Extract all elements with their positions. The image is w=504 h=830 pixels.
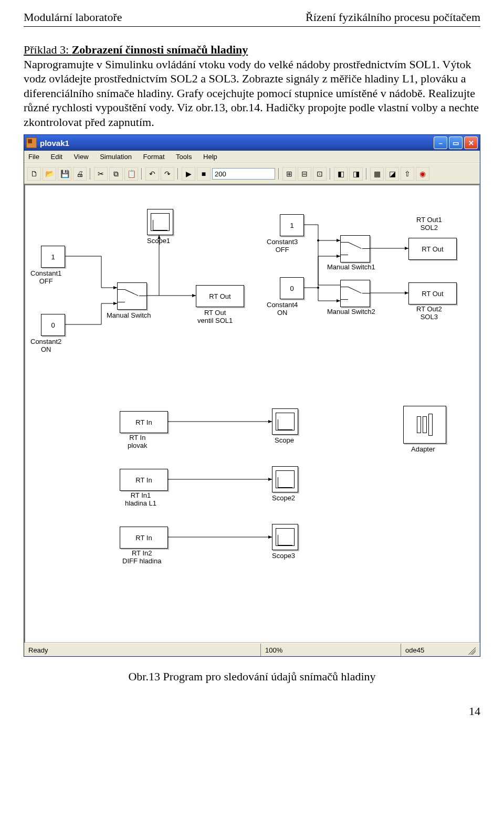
example-title: Zobrazení činnosti snímačů hladiny xyxy=(72,43,248,56)
block-rtout1[interactable]: RT Out xyxy=(408,238,457,260)
label-constant2: Constant2ON xyxy=(30,338,61,353)
paste-icon[interactable]: 📋 xyxy=(124,167,138,181)
label-constant3: Constant3OFF xyxy=(267,238,298,254)
block-rtin[interactable]: RT In xyxy=(120,411,168,433)
redo-icon[interactable]: ↷ xyxy=(161,167,174,181)
minimize-button[interactable]: – xyxy=(434,136,447,149)
maximize-button[interactable]: ▭ xyxy=(449,136,463,149)
open-icon[interactable]: 📂 xyxy=(43,167,56,181)
label-manual-switch: Manual Switch xyxy=(107,311,151,319)
titlebar[interactable]: plovak1 – ▭ ✕ xyxy=(24,135,480,151)
toolbar: 🗋 📂 💾 🖨 ✂ ⧉ 📋 ↶ ↷ ▶ ■ 200 ⊞ ⊟ ⊡ ◧ ◨ ▦ ◪ xyxy=(24,163,480,184)
status-zoom: 100% xyxy=(261,644,401,656)
tb-icon-h[interactable]: ⇧ xyxy=(401,167,414,181)
block-manual-switch1[interactable] xyxy=(340,235,370,262)
tb-icon-b[interactable]: ⊟ xyxy=(298,167,311,181)
stoptime-field[interactable]: 200 xyxy=(212,168,275,180)
close-button[interactable]: ✕ xyxy=(464,136,478,149)
figure-caption: Obr.13 Program pro sledování údajů sníma… xyxy=(24,670,480,684)
tb-icon-g[interactable]: ◪ xyxy=(385,167,399,181)
block-constant1[interactable]: 1 xyxy=(41,246,65,268)
simulink-window: plovak1 – ▭ ✕ File Edit View Simulation … xyxy=(24,134,480,657)
label-scope: Scope xyxy=(275,436,294,444)
label-scope1: Scope1 xyxy=(147,237,170,245)
menu-tools[interactable]: Tools xyxy=(176,153,192,161)
block-rtout[interactable]: RT Out xyxy=(196,285,244,307)
block-scope3[interactable] xyxy=(272,524,298,550)
model-canvas[interactable]: 1 Constant1OFF 0 Constant2ON Manual Swit… xyxy=(24,184,480,643)
status-solver: ode45 xyxy=(401,644,480,656)
block-rtin1[interactable]: RT In xyxy=(120,469,168,491)
block-constant4[interactable]: 0 xyxy=(280,277,304,299)
window-title: plovak1 xyxy=(40,139,69,148)
block-adapter[interactable] xyxy=(403,406,446,444)
svg-point-1 xyxy=(317,287,319,289)
label-rtin2: RT In2DIFF hladina xyxy=(122,549,161,565)
print-icon[interactable]: 🖨 xyxy=(73,167,87,181)
stop-icon[interactable]: ■ xyxy=(197,167,211,181)
app-icon xyxy=(26,138,37,148)
tb-icon-d[interactable]: ◧ xyxy=(334,167,348,181)
block-rtin2[interactable]: RT In xyxy=(120,527,168,549)
menubar: File Edit View Simulation Format Tools H… xyxy=(24,151,480,163)
label-rtout2: RT Out2SOL3 xyxy=(416,305,442,321)
example-paragraph: Příklad 3: Zobrazení činnosti snímačů hl… xyxy=(24,43,480,129)
label-adapter: Adapter xyxy=(411,445,435,453)
label-constant1: Constant1OFF xyxy=(30,269,61,285)
copy-icon[interactable]: ⧉ xyxy=(109,167,123,181)
tb-icon-c[interactable]: ⊡ xyxy=(313,167,327,181)
label-scope3: Scope3 xyxy=(272,552,295,560)
svg-point-0 xyxy=(317,239,319,241)
block-constant3[interactable]: 1 xyxy=(280,214,304,236)
menu-view[interactable]: View xyxy=(74,153,89,161)
label-rtout: RT Outventil SOL1 xyxy=(197,309,233,324)
run-icon[interactable]: ▶ xyxy=(182,167,195,181)
block-rtout2[interactable]: RT Out xyxy=(408,282,457,304)
undo-icon[interactable]: ↶ xyxy=(145,167,159,181)
cut-icon[interactable]: ✂ xyxy=(94,167,108,181)
label-rtout1: RT Out1SOL2 xyxy=(416,216,442,232)
label-rtin: RT Inplovak xyxy=(128,434,148,449)
resize-grip-icon[interactable] xyxy=(466,645,476,655)
block-scope[interactable] xyxy=(272,408,298,435)
tb-icon-e[interactable]: ◨ xyxy=(349,167,363,181)
header-right: Řízení fyzikálního procesu počítačem xyxy=(306,10,480,24)
menu-simulation[interactable]: Simulation xyxy=(100,153,132,161)
header-left: Modulární laboratoře xyxy=(24,10,122,24)
example-lead: Příklad 3: xyxy=(24,43,72,56)
page-header: Modulární laboratoře Řízení fyzikálního … xyxy=(24,10,480,27)
block-constant2[interactable]: 0 xyxy=(41,314,65,336)
tb-icon-i[interactable]: ◉ xyxy=(416,167,429,181)
example-body: Naprogramujte v Simulinku ovládání vtoku… xyxy=(24,58,479,129)
block-manual-switch2[interactable] xyxy=(340,280,370,307)
label-constant4: Constant4ON xyxy=(267,301,298,317)
statusbar: Ready 100% ode45 xyxy=(24,643,480,656)
menu-edit[interactable]: Edit xyxy=(51,153,62,161)
menu-format[interactable]: Format xyxy=(143,153,165,161)
block-scope2[interactable] xyxy=(272,466,298,492)
label-rtin1: RT In1hladina L1 xyxy=(125,491,156,507)
menu-file[interactable]: File xyxy=(28,153,39,161)
label-scope2: Scope2 xyxy=(272,494,295,502)
tb-icon-a[interactable]: ⊞ xyxy=(282,167,296,181)
tb-icon-f[interactable]: ▦ xyxy=(370,167,384,181)
label-manual-switch2: Manual Switch2 xyxy=(327,308,375,316)
new-icon[interactable]: 🗋 xyxy=(27,167,41,181)
label-manual-switch1: Manual Switch1 xyxy=(327,263,375,271)
block-manual-switch[interactable] xyxy=(117,282,147,310)
status-ready: Ready xyxy=(24,644,261,656)
save-icon[interactable]: 💾 xyxy=(58,167,71,181)
page-number: 14 xyxy=(24,705,480,718)
menu-help[interactable]: Help xyxy=(203,153,217,161)
block-scope1[interactable] xyxy=(147,209,173,235)
